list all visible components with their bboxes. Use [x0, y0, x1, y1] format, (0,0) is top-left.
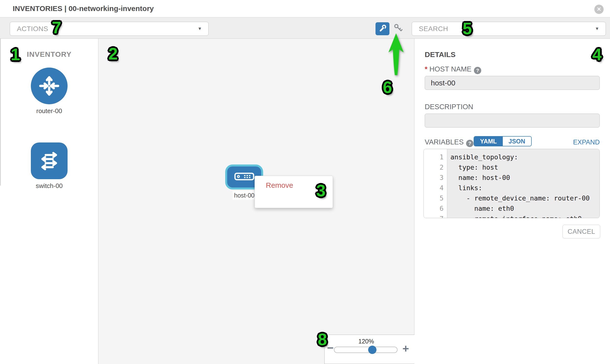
zoom-in-button[interactable]: +	[402, 343, 409, 354]
inventory-topology-app: INVENTORIES | 00-networking-inventory ✕ …	[0, 0, 610, 364]
code-line: ansible_topology:	[450, 152, 599, 162]
variables-label: VARIABLES?	[425, 138, 473, 147]
help-icon[interactable]: ?	[466, 140, 473, 147]
expand-link[interactable]: EXPAND	[563, 139, 600, 146]
annotation-number-6: 6	[383, 79, 392, 95]
host-node-label: host-00	[233, 191, 256, 200]
code-line-number: 5	[424, 193, 443, 203]
toolbar: ACTIONS ▼ SEARCH ▼	[0, 17, 610, 39]
search-dropdown[interactable]: SEARCH ▼	[412, 22, 606, 36]
help-icon[interactable]: ?	[474, 67, 481, 74]
code-line-number: 7	[424, 214, 443, 218]
required-marker: *	[425, 65, 427, 73]
zoom-level-value: 120%	[354, 338, 378, 345]
chevron-down-icon: ▼	[595, 26, 599, 31]
page-title: INVENTORIES | 00-networking-inventory	[13, 4, 154, 13]
router-icon	[31, 67, 67, 104]
description-input[interactable]	[425, 114, 600, 128]
actions-dropdown-label: ACTIONS	[17, 25, 48, 33]
palette-item-router[interactable]: router-00	[0, 67, 98, 115]
switch-icon	[31, 143, 67, 179]
code-line-numbers: 1234567	[424, 149, 447, 218]
toggle-yaml[interactable]: YAML	[474, 137, 503, 146]
palette-item-label: router-00	[0, 107, 98, 115]
annotation-number-7: 7	[52, 19, 61, 36]
code-line-number: 2	[424, 162, 443, 173]
variables-format-toggle: YAML JSON	[474, 136, 532, 146]
host-icon	[234, 173, 254, 182]
description-label: DESCRIPTION	[425, 103, 473, 111]
inventory-palette: INVENTORY router-00	[0, 39, 98, 364]
annotation-arrow-up-icon	[386, 32, 407, 77]
code-line: links:	[450, 183, 599, 193]
code-line: name: eth0	[450, 203, 599, 214]
annotation-number-3: 3	[316, 182, 325, 199]
code-line-number: 4	[424, 183, 443, 193]
details-panel: DETAILS *HOST NAME? DESCRIPTION VARIABLE…	[415, 39, 610, 364]
code-content[interactable]: ansible_topology: type: host name: host-…	[447, 149, 599, 218]
code-line: - remote_device_name: router-00	[450, 193, 599, 203]
code-line-number: 6	[424, 203, 443, 214]
palette-item-label: switch-00	[0, 182, 98, 190]
key-button[interactable]	[393, 24, 403, 34]
host-name-input[interactable]	[425, 76, 600, 90]
header-bar: INVENTORIES | 00-networking-inventory ✕	[0, 0, 610, 17]
variables-code-editor[interactable]: 1234567 ansible_topology: type: host nam…	[424, 149, 600, 218]
actions-dropdown[interactable]: ACTIONS ▼	[10, 22, 208, 36]
annotation-number-1: 1	[11, 46, 20, 63]
code-line-number: 1	[424, 152, 443, 162]
zoom-control-panel: 120% − +	[324, 335, 415, 364]
search-dropdown-label: SEARCH	[419, 25, 448, 33]
code-line: remote_interface_name: eth0	[450, 214, 599, 218]
details-panel-title: DETAILS	[425, 51, 455, 59]
annotation-number-8: 8	[318, 331, 327, 348]
cancel-button[interactable]: CANCEL	[562, 225, 600, 238]
annotation-number-5: 5	[463, 20, 472, 37]
close-icon[interactable]: ✕	[594, 5, 604, 14]
zoom-slider-track[interactable]	[334, 347, 398, 353]
code-line: type: host	[450, 162, 599, 173]
palette-item-switch[interactable]: switch-00	[0, 143, 98, 190]
annotation-number-4: 4	[592, 46, 602, 63]
zoom-out-button[interactable]: −	[327, 342, 334, 353]
annotation-number-2: 2	[108, 45, 118, 62]
wrench-icon	[378, 24, 387, 34]
code-line: name: host-00	[450, 173, 599, 183]
toggle-json[interactable]: JSON	[503, 137, 531, 146]
zoom-slider-thumb[interactable]	[368, 346, 376, 354]
chevron-down-icon: ▼	[197, 26, 202, 31]
code-line-number: 3	[424, 173, 443, 183]
host-name-label: *HOST NAME?	[425, 65, 481, 74]
